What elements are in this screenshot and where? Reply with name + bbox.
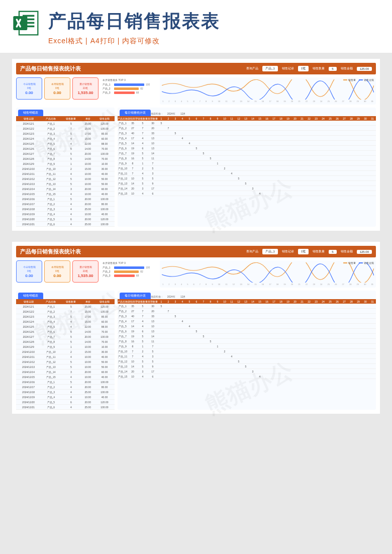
table-row[interactable]: 产品_107252 — [118, 166, 376, 171]
detail-tab[interactable]: 销售明细表 — [18, 110, 43, 116]
table-row[interactable]: 2024/12/15产品_15410.0040.00 — [16, 192, 115, 197]
daily-table: 产品名称期初库存销售数量库存数量123456789101112131415161… — [118, 299, 376, 379]
table-row[interactable]: 产品_7195145 — [118, 334, 376, 339]
table-row[interactable]: 2024/12/7产品_7520.00100.00 — [16, 334, 115, 339]
sheet-header-bar: 产品每日销售报表统计表 查询产品产品_1 销售记录1笔 销售数量5 销售金额12… — [16, 63, 376, 74]
sheet-title: 产品每日销售报表统计表 — [20, 248, 81, 255]
table-row[interactable]: 产品_1355305 — [118, 304, 376, 309]
table-row[interactable]: 2024/12/4产品_4415.0060.00 — [16, 319, 115, 324]
table-row[interactable]: 2024/12/10产品_10215.0030.00 — [16, 349, 115, 354]
table-row[interactable]: 2024/12/17产品_2420.0080.00 — [16, 202, 115, 207]
table-row[interactable]: 产品_14203173 — [118, 186, 376, 191]
sheet-title: 产品每日销售报表统计表 — [20, 65, 81, 72]
table-row[interactable]: 2024/12/21产品_6425.00100.00 — [16, 405, 115, 410]
table-row[interactable]: 2024/12/6产品_6514.0070.00 — [16, 329, 115, 334]
kpi-week: 本周销售额0笔0.00 — [44, 77, 70, 100]
kpi-group: 今日销售额0笔0.00 本周销售额0笔0.00 累计销售额21笔1,535.00 — [16, 260, 99, 288]
table-row[interactable]: 2024/12/1产品_1525.00125.00 — [16, 304, 115, 309]
table-row[interactable]: 2024/12/20产品_5620.00120.00 — [16, 217, 115, 222]
table-row[interactable]: 2024/12/19产品_4410.0040.00 — [16, 212, 115, 217]
table-row[interactable]: 2024/12/18产品_3425.00100.00 — [16, 390, 115, 395]
table-row[interactable]: 产品_1510464 — [118, 191, 376, 196]
table-row[interactable]: 2024/12/11产品_11410.0040.00 — [16, 171, 115, 176]
table-row[interactable]: 2024/12/2产品_2715.00105.00 — [16, 309, 115, 314]
top3-bar-chart: 本月销售最多 TOP 3 产品_1100产品_282产品_368 — [102, 260, 157, 288]
table-row[interactable]: 2024/12/17产品_2420.0080.00 — [16, 385, 115, 390]
table-row[interactable]: 2024/12/16产品_1520.00100.00 — [16, 197, 115, 202]
table-row[interactable]: 产品_14203173 — [118, 369, 376, 374]
table-row[interactable]: 产品_1314595 — [118, 181, 376, 186]
kpi-total: 累计销售额21笔1,535.00 — [72, 77, 99, 100]
table-row[interactable]: 2024/12/11产品_11410.0040.00 — [16, 354, 115, 359]
table-row[interactable]: 2024/12/12产品_12510.0050.00 — [16, 359, 115, 364]
table-row[interactable]: 2024/12/6产品_6514.0070.00 — [16, 146, 115, 151]
page-title: 产品每日销售报表表 — [48, 9, 380, 34]
detail-tab[interactable]: 销售明细表 — [18, 293, 43, 299]
amount-value: 125.00 — [357, 250, 372, 254]
table-row[interactable]: 2024/12/13产品_13510.0050.00 — [16, 181, 115, 187]
daily-tab[interactable]: 每日销量统计表 — [120, 293, 151, 299]
record-count: 1笔 — [298, 66, 309, 71]
table-row[interactable]: 产品_3407335 — [118, 314, 376, 319]
table-row[interactable]: 产品_5144104 — [118, 324, 376, 329]
table-row[interactable]: 2024/12/1产品_1525.00125.00 — [16, 121, 115, 126]
table-row[interactable]: 产品_107252 — [118, 349, 376, 354]
table-row[interactable]: 2024/12/16产品_1520.00100.00 — [16, 380, 115, 385]
detail-table: 销售日期产品名称销售数量单价销售金额2024/12/1产品_1525.00125… — [16, 299, 115, 410]
daily-tab[interactable]: 每日销量统计表 — [120, 110, 151, 116]
table-row[interactable]: 产品_1210555 — [118, 359, 376, 364]
table-row[interactable]: 产品_117434 — [118, 171, 376, 176]
table-row[interactable]: 2024/12/18产品_3425.00100.00 — [16, 207, 115, 212]
sheet-preview: 熊猫办公 熊猫办公 产品每日销售报表统计表 查询产品产品_1 销售记录1笔 销售… — [12, 242, 380, 414]
kpi-week: 本周销售额0笔0.00 — [44, 260, 70, 283]
table-row[interactable]: 产品_6196135 — [118, 329, 376, 334]
table-row[interactable]: 2024/12/9产品_9110.0010.00 — [16, 344, 115, 349]
table-row[interactable]: 2024/12/13产品_13510.0050.00 — [16, 364, 115, 370]
table-row[interactable]: 产品_5144104 — [118, 141, 376, 146]
table-row[interactable]: 产品_4174134 — [118, 136, 376, 141]
table-row[interactable]: 2024/12/9产品_9110.0010.00 — [16, 161, 115, 166]
table-row[interactable]: 2024/12/21产品_6425.00100.00 — [16, 222, 115, 227]
table-row[interactable]: 2024/12/5产品_5422.0088.00 — [16, 324, 115, 329]
top3-bar-chart: 本月销售最多 TOP 3 产品_1100产品_282产品_368 — [102, 77, 157, 105]
table-row[interactable]: 产品_2277207 — [118, 309, 376, 314]
detail-panel: 销售明细表 销售日期产品名称销售数量单价销售金额2024/12/1产品_1525… — [16, 291, 115, 410]
table-row[interactable]: 产品_3407335 — [118, 131, 376, 136]
table-row[interactable]: 2024/12/2产品_2715.00105.00 — [16, 126, 115, 131]
table-row[interactable]: 2024/12/10产品_10215.0030.00 — [16, 166, 115, 171]
table-row[interactable]: 产品_8165115 — [118, 156, 376, 161]
page-header: 产品每日销售报表表 Excel格式 | A4打印 | 内容可修改 — [0, 0, 392, 53]
table-row[interactable]: 2024/12/4产品_4415.0060.00 — [16, 136, 115, 141]
table-row[interactable]: 2024/12/7产品_7520.00100.00 — [16, 151, 115, 156]
detail-table: 销售日期产品名称销售数量单价销售金额2024/12/1产品_1525.00125… — [16, 116, 115, 227]
amount-value: 125.00 — [357, 67, 372, 71]
table-row[interactable]: 产品_1314595 — [118, 364, 376, 369]
table-row[interactable]: 产品_117434 — [118, 354, 376, 359]
table-row[interactable]: 2024/12/20产品_5620.00120.00 — [16, 400, 115, 405]
preview-list: 熊猫办公 熊猫办公 产品每日销售报表统计表 查询产品产品_1 销售记录1笔 销售… — [0, 53, 392, 426]
query-product[interactable]: 产品_1 — [262, 249, 278, 254]
table-row[interactable]: 产品_1210555 — [118, 176, 376, 181]
table-row[interactable]: 产品_2277207 — [118, 126, 376, 131]
record-count: 1笔 — [298, 249, 309, 254]
table-row[interactable]: 2024/12/3产品_3517.0085.00 — [16, 131, 115, 136]
table-row[interactable]: 2024/12/14产品_14320.0060.00 — [16, 370, 115, 375]
table-row[interactable]: 2024/12/12产品_12510.0050.00 — [16, 176, 115, 181]
table-row[interactable]: 2024/12/15产品_15410.0040.00 — [16, 375, 115, 380]
table-row[interactable]: 2024/12/8产品_8514.0070.00 — [16, 339, 115, 344]
table-row[interactable]: 产品_1510464 — [118, 374, 376, 379]
table-row[interactable]: 产品_7195145 — [118, 151, 376, 156]
table-row[interactable]: 产品_8165115 — [118, 339, 376, 344]
table-row[interactable]: 2024/12/19产品_4410.0040.00 — [16, 395, 115, 400]
table-row[interactable]: 产品_6196135 — [118, 146, 376, 151]
query-product[interactable]: 产品_1 — [262, 66, 278, 71]
table-row[interactable]: 产品_4174134 — [118, 319, 376, 324]
table-row[interactable]: 产品_98171 — [118, 344, 376, 349]
table-row[interactable]: 2024/12/14产品_14320.0060.00 — [16, 187, 115, 192]
table-row[interactable]: 产品_1355305 — [118, 121, 376, 126]
table-row[interactable]: 产品_98171 — [118, 161, 376, 166]
table-row[interactable]: 2024/12/5产品_5422.0088.00 — [16, 141, 115, 146]
table-row[interactable]: 2024/12/8产品_8514.0070.00 — [16, 156, 115, 161]
kpi-today: 今日销售额0笔0.00 — [16, 77, 42, 100]
table-row[interactable]: 2024/12/3产品_3517.0085.00 — [16, 314, 115, 319]
